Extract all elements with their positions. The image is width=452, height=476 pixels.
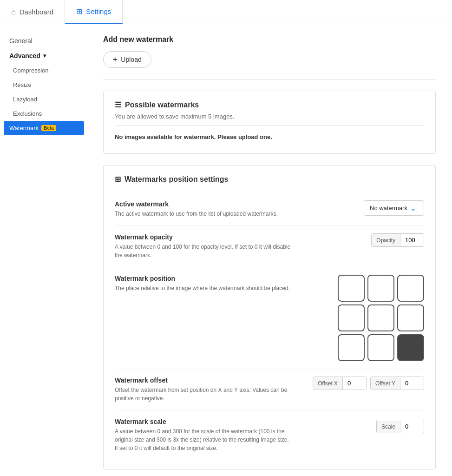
sidebar-item-lazyload[interactable]: Lazyload	[0, 92, 88, 106]
active-watermark-label: Active watermark The active watermark to…	[115, 200, 291, 218]
scale-row: Watermark scale A value between 0 and 30…	[115, 410, 424, 460]
active-watermark-desc: The active watermark to use from the lis…	[115, 210, 291, 218]
watermarks-subtitle: You are allowed to save maximum 5 images…	[115, 113, 424, 120]
position-settings-box: ⊞ Watermarks position settings Active wa…	[103, 165, 436, 469]
top-nav: ⌂ Dashboard ⊞ Settings	[0, 0, 452, 24]
beta-badge: Beta	[41, 125, 56, 131]
pos-cell-8[interactable]	[397, 334, 424, 361]
settings-icon: ⊞	[76, 7, 82, 16]
sidebar-resize-label: Resize	[13, 81, 32, 88]
offset-title: Watermark offset	[115, 377, 291, 384]
offset-control: Offset X Offset Y	[313, 377, 424, 390]
dropdown-value: No watermark	[370, 205, 407, 212]
grid-icon: ⊞	[115, 175, 121, 184]
sidebar-watermark-label: Watermark	[9, 125, 39, 132]
sidebar-item-watermark[interactable]: Watermark Beta	[4, 121, 84, 135]
sidebar-item-general[interactable]: General	[0, 33, 88, 48]
sidebar-general-label: General	[9, 37, 33, 45]
opacity-row: Watermark opacity A value between 0 and …	[115, 226, 424, 267]
possible-watermarks-box: ☰ Possible watermarks You are allowed to…	[103, 91, 436, 154]
position-row: Watermark position The place relative to…	[115, 267, 424, 369]
home-icon: ⌂	[11, 8, 16, 16]
sidebar-compression-label: Compression	[13, 67, 49, 74]
position-grid-control	[338, 275, 424, 361]
pos-cell-7[interactable]	[367, 334, 394, 361]
sidebar-advanced-label: Advanced	[9, 52, 40, 60]
tab-dashboard[interactable]: ⌂ Dashboard	[0, 0, 65, 24]
opacity-input-group: Opacity	[371, 233, 424, 247]
offset-row: Watermark offset Offset the watermark fr…	[115, 369, 424, 410]
divider-1	[103, 79, 436, 79]
tab-dashboard-label: Dashboard	[20, 8, 53, 16]
layout: General Advanced ▾ Compression Resize La…	[0, 24, 452, 476]
opacity-label: Opacity	[372, 234, 400, 246]
upload-label: Upload	[121, 56, 141, 63]
position-settings-title: ⊞ Watermarks position settings	[115, 175, 424, 184]
sidebar-item-advanced[interactable]: Advanced ▾	[0, 48, 88, 63]
scale-input-group: Scale	[376, 420, 424, 433]
no-images-message: No images available for watermark. Pleas…	[115, 130, 424, 144]
offset-y-input[interactable]	[400, 377, 424, 390]
position-label-block: Watermark position The place relative to…	[115, 275, 291, 292]
offset-desc: Offset the watermark from set position o…	[115, 386, 291, 403]
sidebar: General Advanced ▾ Compression Resize La…	[0, 24, 88, 476]
opacity-desc: A value between 0 and 100 for the opacit…	[115, 243, 291, 259]
upload-button[interactable]: + Upload	[103, 51, 151, 68]
add-watermark-title: Add new watermark	[103, 35, 436, 44]
scale-title: Watermark scale	[115, 418, 291, 425]
tab-settings[interactable]: ⊞ Settings	[65, 0, 123, 24]
position-title: Watermark position	[115, 275, 291, 282]
tab-settings-label: Settings	[86, 7, 111, 15]
opacity-title: Watermark opacity	[115, 233, 291, 241]
plus-icon: +	[113, 55, 117, 64]
offset-x-input[interactable]	[343, 377, 366, 390]
opacity-control: Opacity	[371, 233, 424, 247]
scale-input[interactable]	[400, 420, 424, 433]
opacity-label-block: Watermark opacity A value between 0 and …	[115, 233, 291, 259]
pos-cell-4[interactable]	[367, 304, 394, 331]
sidebar-item-compression[interactable]: Compression	[0, 63, 88, 78]
pos-cell-3[interactable]	[338, 304, 365, 331]
pos-cell-0[interactable]	[338, 275, 365, 302]
scale-label-block: Watermark scale A value between 0 and 30…	[115, 418, 291, 452]
offset-x-group: Offset X	[313, 377, 367, 390]
main-content: Add new watermark + Upload ☰ Possible wa…	[88, 24, 451, 476]
pos-cell-6[interactable]	[338, 334, 365, 361]
opacity-input[interactable]	[400, 234, 424, 246]
chevron-down-icon: ▾	[43, 53, 46, 59]
position-desc: The place relative to the image where th…	[115, 284, 291, 292]
active-watermark-row: Active watermark The active watermark to…	[115, 193, 424, 226]
scale-control: Scale	[376, 420, 424, 433]
scale-desc: A value between 0 and 300 for the scale …	[115, 427, 291, 452]
sidebar-exclusions-label: Exclusions	[13, 110, 42, 117]
watermarks-inner-divider	[115, 126, 424, 126]
active-watermark-control: No watermark ⌄	[364, 200, 424, 216]
pos-cell-1[interactable]	[367, 275, 394, 302]
position-grid	[338, 275, 424, 361]
offset-x-label: Offset X	[313, 377, 343, 390]
pos-cell-5[interactable]	[397, 304, 424, 331]
offset-y-group: Offset Y	[370, 377, 424, 390]
possible-watermarks-title: ☰ Possible watermarks	[115, 100, 424, 109]
dropdown-arrow-icon: ⌄	[410, 204, 416, 212]
sidebar-item-resize[interactable]: Resize	[0, 78, 88, 92]
pos-cell-2[interactable]	[397, 275, 424, 302]
sidebar-lazyload-label: Lazyload	[13, 96, 37, 103]
offset-label-block: Watermark offset Offset the watermark fr…	[115, 377, 291, 403]
sidebar-item-exclusions[interactable]: Exclusions	[0, 106, 88, 121]
list-icon: ☰	[115, 100, 121, 109]
scale-label: Scale	[377, 421, 400, 433]
watermark-dropdown[interactable]: No watermark ⌄	[364, 200, 424, 216]
offset-y-label: Offset Y	[371, 377, 400, 390]
active-watermark-title: Active watermark	[115, 200, 291, 208]
